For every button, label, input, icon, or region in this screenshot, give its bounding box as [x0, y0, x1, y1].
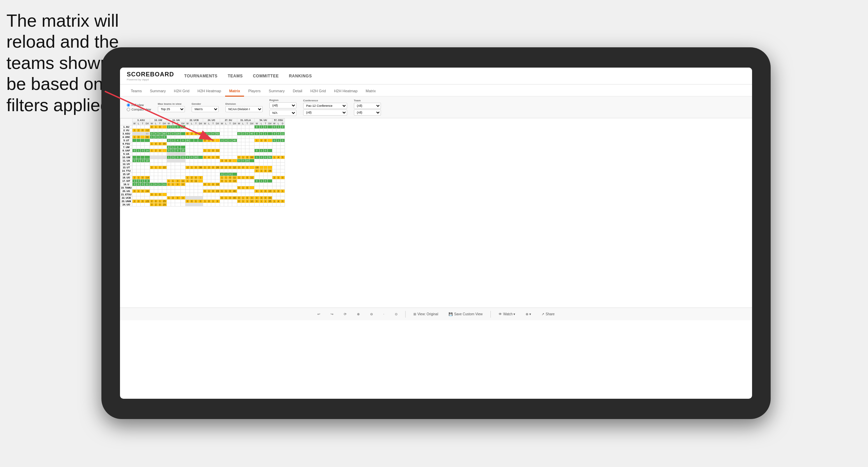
- add-button[interactable]: ⊕ ▾: [523, 311, 534, 317]
- tab-h2h-heatmap-2[interactable]: H2H Heatmap: [330, 89, 362, 97]
- table-row: 2. VU 120-12: [120, 129, 285, 132]
- team-select[interactable]: (All): [354, 103, 381, 109]
- refresh-button[interactable]: ⟳: [341, 311, 349, 317]
- team-filter: Team (All) (All): [354, 99, 381, 116]
- osu-t: D: [281, 122, 285, 125]
- table-row: 16. UO 210-14 1201 11011 11011 210: [120, 176, 285, 179]
- max-teams-label: Max teams in view: [158, 102, 185, 105]
- tab-detail[interactable]: Detail: [289, 89, 306, 97]
- matrix-table: 3. ASU 10. UW 11. UA 22. UCB 24. UO 27. …: [120, 118, 285, 206]
- settings-button[interactable]: ⊙: [392, 311, 400, 317]
- row-label-ua2: 11. UA: [120, 159, 132, 163]
- logo-title: SCOREBOARD: [127, 71, 174, 78]
- watch-button[interactable]: 👁 Watch ▾: [496, 311, 518, 317]
- ucb-dif: Dif: [198, 122, 203, 125]
- ucla-t: T: [245, 122, 249, 125]
- ucla-l: L: [241, 122, 245, 125]
- ua-w: W: [167, 122, 171, 125]
- ucb-t: T: [194, 122, 198, 125]
- undo-button[interactable]: ↩: [315, 311, 323, 317]
- uu-t: T: [263, 122, 267, 125]
- team-sub-select[interactable]: (All): [354, 109, 381, 116]
- tab-summary-2[interactable]: Summary: [265, 89, 289, 97]
- uw-dif: Dif: [162, 122, 167, 125]
- tablet-screen: SCOREBOARD Powered by clippd TOURNAMENTS…: [120, 68, 752, 399]
- zoom-out-button[interactable]: ⊖: [367, 311, 376, 317]
- tab-matrix-1[interactable]: Matrix: [225, 89, 244, 97]
- nav-rankings[interactable]: RANKINGS: [289, 72, 312, 80]
- uu-l: L: [259, 122, 263, 125]
- conference-label: Conference: [303, 99, 347, 102]
- tab-matrix-2[interactable]: Matrix: [362, 89, 380, 97]
- asu-l: L: [137, 122, 141, 125]
- table-wrapper[interactable]: 3. ASU 10. UW 11. UA 22. UCB 24. UO 27. …: [120, 118, 752, 308]
- row-label-uv: 12. UV: [120, 163, 132, 166]
- uo-l: L: [207, 122, 211, 125]
- gender-select[interactable]: Men's Women's: [192, 106, 219, 112]
- nav-tournaments[interactable]: TOURNAMENTS: [184, 72, 218, 80]
- table-row: 4. UNC 1038 1010: [120, 136, 285, 139]
- division-select[interactable]: NCAA Division I NCAA Division II NCAA Di…: [225, 106, 263, 112]
- max-teams-select[interactable]: Top 25 Top 50 All: [158, 106, 185, 112]
- tab-h2h-grid-2[interactable]: H2H Grid: [306, 89, 330, 97]
- table-row: 3. ASU 80 04080 50120 02048 01052 02080 …: [120, 132, 285, 136]
- row-label-fsu: 6. FSU: [120, 142, 132, 146]
- save-custom-view-button[interactable]: 💾 Save Custom View: [446, 311, 485, 317]
- redo-button[interactable]: ↪: [328, 311, 336, 317]
- row-label-ug: 20. UG: [120, 190, 132, 193]
- toolbar-separator-1: [405, 311, 406, 318]
- row-label-uo: 16. UO: [120, 176, 132, 179]
- asu-t: T: [141, 122, 145, 125]
- ucla-dif: Dif: [249, 122, 254, 125]
- ucla-w: W: [237, 122, 241, 125]
- asu-w: W: [132, 122, 137, 125]
- uw-t: T: [158, 122, 162, 125]
- row-label-ut: 5. UT: [120, 139, 132, 142]
- share-icon: ↗: [541, 312, 544, 316]
- table-row: 18. U 20011 10111 11011 01010: [120, 183, 285, 186]
- tab-h2h-grid-1[interactable]: H2H Grid: [170, 89, 193, 97]
- ucb-l: L: [190, 122, 194, 125]
- col-header-ua: 11. UA: [167, 119, 185, 122]
- asu-dif: Dif: [145, 122, 150, 125]
- share-button[interactable]: ↗ Share: [539, 311, 557, 317]
- tab-players[interactable]: Players: [244, 89, 265, 97]
- uw-w: W: [150, 122, 154, 125]
- empty-corner: [120, 119, 132, 125]
- table-row: 24. UO 02029: [120, 203, 285, 206]
- su-w: W: [220, 122, 224, 125]
- table-row: 1. AU 010 20027 010 010: [120, 125, 285, 129]
- sub-nav: Teams Summary H2H Grid H2H Heatmap Matri…: [120, 84, 752, 97]
- ua-dif: Dif: [180, 122, 185, 125]
- compact-view-radio[interactable]: Compact View: [127, 108, 151, 111]
- conference-filter: Conference Pac-12 Conference (All) (All): [303, 99, 347, 116]
- ua-l: L: [171, 122, 175, 125]
- region-na-select[interactable]: N/A: [269, 110, 296, 116]
- uw-l: L: [154, 122, 158, 125]
- table-row: 9. UA: [120, 152, 285, 156]
- zoom-in-button[interactable]: ⊕: [354, 311, 362, 317]
- view-original-button[interactable]: ⊞ View: Original: [411, 311, 441, 317]
- tab-h2h-heatmap-1[interactable]: H2H Heatmap: [193, 89, 225, 97]
- tab-summary-1[interactable]: Summary: [146, 89, 170, 97]
- save-icon: 💾: [449, 312, 453, 316]
- bottom-toolbar: ↩ ↪ ⟳ ⊕ ⊖ · ⊙ ⊞ View: Original 💾 Save Cu…: [120, 308, 752, 320]
- table-row: 8. UAF 01014 120 01015 11011 010: [120, 149, 285, 152]
- conference-select[interactable]: Pac-12 Conference (All): [303, 103, 347, 109]
- view-radio-group: Full View Compact View: [127, 103, 151, 111]
- row-label-vu: 2. VU: [120, 129, 132, 132]
- tab-teams[interactable]: Teams: [127, 89, 146, 97]
- row-label-tamu: 19. TAMU: [120, 186, 132, 190]
- conference-sub-select[interactable]: (All): [303, 109, 347, 116]
- ucb-w: W: [185, 122, 190, 125]
- nav-teams[interactable]: TEAMS: [228, 72, 243, 80]
- uu-dif: Dif: [267, 122, 272, 125]
- full-view-radio[interactable]: Full View: [127, 103, 151, 107]
- gender-filter: Gender Men's Women's: [192, 102, 219, 112]
- region-select[interactable]: (All) N/A: [269, 102, 296, 108]
- table-row: 23. UNM 200-23 20125 0010 1010 01110 011…: [120, 200, 285, 203]
- table-row: 5. UT 0140 35 010 20140 110 010: [120, 139, 285, 142]
- row-label-ua: 9. UA: [120, 152, 132, 156]
- row-label-git: 17. GIT: [120, 179, 132, 183]
- nav-committee[interactable]: COMMITTEE: [253, 72, 279, 80]
